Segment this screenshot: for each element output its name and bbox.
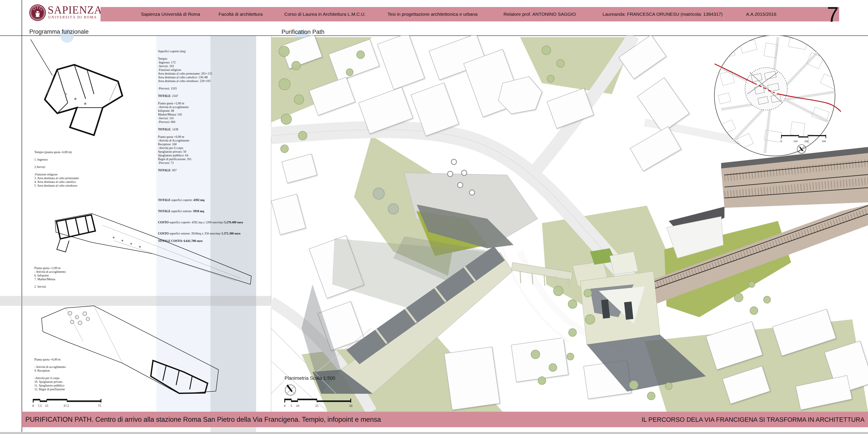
plan-scale-label: Planimetria Scala 1:500: [284, 375, 335, 381]
header-university: Sapienza Università di Roma: [141, 11, 200, 17]
context-map-inset: 0 100 200 500: [714, 36, 841, 156]
board-title: PURIFICATION PATH. Centro di arrivo alla…: [25, 416, 381, 424]
sapienza-crest-icon: [28, 3, 47, 22]
scalebar-left-75: 75: [98, 404, 101, 408]
inset-scale-500: 500: [822, 140, 826, 143]
scale-25: 25: [315, 404, 319, 408]
plan2-caption: Pianta quota +2,00 m- Attività di accogl…: [34, 266, 126, 289]
scale-50: 50: [349, 404, 352, 408]
header-course: Corso di Laurea in Architettura L.M.C.U.: [284, 11, 366, 17]
footer-bar: PURIFICATION PATH. Centro di arrivo alla…: [22, 412, 868, 427]
surfaces-text-block: Superfici coperte (mq) Tempio-Ingresso: …: [158, 50, 261, 243]
logo-wordmark: SAPIENZA: [48, 3, 102, 16]
bottom-strip: [0, 432, 868, 434]
scale-5: 5: [290, 404, 292, 408]
board-subtitle: IL PERCORSO DELA VIA FRANCIGENA SI TRASF…: [642, 416, 865, 423]
inset-scale-100: 100: [793, 140, 798, 143]
header-student: Laureanda: FRANCESCA ORUNESU (matricola:…: [602, 11, 723, 17]
section-label-programma: Programma funzionale: [29, 28, 89, 35]
plan-temple: [31, 39, 122, 135]
inset-scale-0: 0: [781, 140, 782, 143]
site-plan: 0 100 200 500 Planimetria Scala 1:500 0 …: [271, 36, 868, 412]
scalebar-left: [33, 399, 101, 403]
section-label-purification: Purification Path: [281, 29, 324, 35]
header-bar: Sapienza Università di Roma Facoltà di a…: [100, 7, 839, 22]
header-thesis: Tesi in progettazione architettonica e u…: [388, 11, 477, 17]
scalebar-left-75: 7,5: [38, 404, 42, 408]
inset-scale-200: 200: [804, 140, 809, 143]
thesis-board: SAPIENZA UNIVERSITÀ DI ROMA Sapienza Uni…: [0, 0, 868, 434]
page-number: 7: [827, 4, 838, 25]
scalebar-left-375: 37,5: [63, 404, 69, 408]
scalebar-left-15: 15: [45, 404, 48, 408]
scale-0: 0: [284, 404, 286, 408]
plan1-caption: Tempio (pianta quota -6,00 m) 1. Ingress…: [34, 150, 126, 187]
header-year: A.A.2015/2016: [746, 11, 776, 17]
header-faculty: Facoltà di architettura: [219, 11, 263, 17]
header-supervisor: Relatore prof. ANTONINO SAGGIO: [503, 11, 576, 17]
north-arrow-icon: [285, 385, 296, 395]
plan3-caption: Pianta quota +6,00 m - Attività di accog…: [34, 358, 126, 391]
scale-10: 10: [296, 404, 299, 408]
logo-subtitle: UNIVERSITÀ DI ROMA: [48, 15, 97, 19]
scalebar-left-0: 0: [32, 404, 34, 408]
